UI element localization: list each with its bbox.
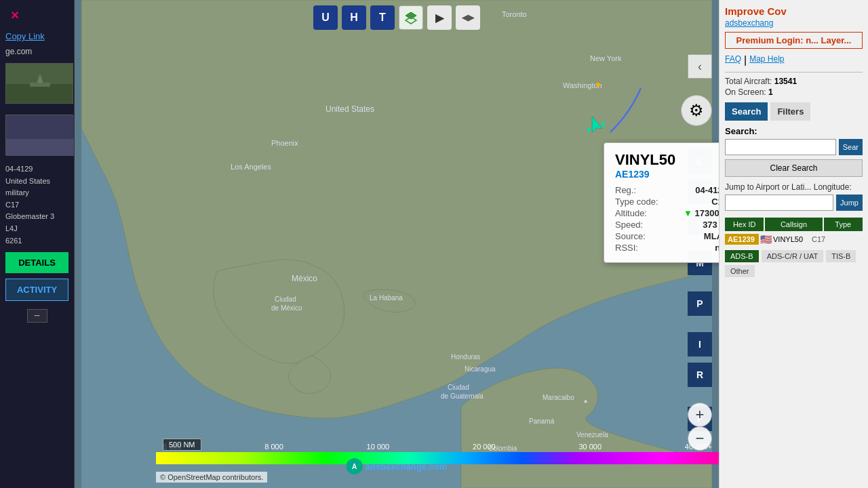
svg-rect-1 <box>6 84 73 104</box>
aircraft-name: Globemaster 3 <box>5 211 68 223</box>
premium-login[interactable]: Premium Login: n... Layer... <box>725 32 863 49</box>
aircraft-mil: military <box>5 187 68 199</box>
filter-tags: ADS-B ADS-C/R / UAT TIS-B Other <box>725 250 863 277</box>
adsbx-icon: A <box>347 458 363 474</box>
aircraft-country: United States <box>5 176 68 188</box>
svg-text:Nicaragua: Nicaragua <box>465 365 496 373</box>
popup-speed-label: Speed: <box>615 220 669 230</box>
adsbx-logo: A adsbexchange.com <box>347 458 448 474</box>
scale-label-8k: 8 000 <box>264 443 283 451</box>
popup-reg-value: 04-4129 <box>695 185 719 195</box>
filter-header-row: Hex ID Callsign Type <box>725 218 863 231</box>
toolbar-collapse-button[interactable]: ◀▶ <box>456 5 480 30</box>
popup-alt-label: Altitude: <box>615 208 669 218</box>
on-screen-row: On Screen: 1 <box>725 87 863 97</box>
toolbar-t-button[interactable]: T <box>370 5 395 30</box>
copy-link[interactable]: Copy Link <box>0 27 74 45</box>
svg-rect-3 <box>30 83 50 87</box>
on-screen-value: 1 <box>768 87 773 97</box>
jump-input-row: Jump <box>725 195 863 211</box>
popup-type-value: C17 <box>711 197 719 207</box>
close-button[interactable]: × <box>5 5 24 24</box>
svg-text:Washington: Washington <box>563 81 602 89</box>
back-button[interactable]: ‹ <box>688 54 712 79</box>
col-callsign-button[interactable]: Callsign <box>765 218 822 231</box>
popup-type-label: Type code: <box>615 197 669 207</box>
jump-input[interactable] <box>725 195 833 211</box>
toolbar-u-button[interactable]: U <box>313 5 338 30</box>
tab-filters[interactable]: Filters <box>770 102 810 121</box>
search-go-button[interactable]: Sear <box>839 139 863 155</box>
aircraft-squawk: 6261 <box>5 235 68 247</box>
toolbar-next-button[interactable]: ▶ <box>427 5 452 30</box>
svg-text:Honduras: Honduras <box>451 353 480 361</box>
popup-alt-value: ▼ 17300 ft <box>684 208 719 218</box>
adsbx-text: adsbexchange.com <box>366 462 448 472</box>
scale-label-30k: 30 000 <box>578 443 601 451</box>
filter-adsb[interactable]: ADS-B <box>725 250 759 262</box>
details-button[interactable]: DETAILS <box>5 252 68 273</box>
svg-text:de Guatemala: de Guatemala <box>441 392 484 400</box>
zoom-minus-button[interactable]: − <box>688 426 712 451</box>
filter-tisb[interactable]: TIS-B <box>826 250 856 262</box>
faq-link[interactable]: FAQ <box>725 54 741 66</box>
right-panel: Improve Cov adsbexchang Premium Login: n… <box>719 0 868 488</box>
sidebar-btn-p[interactable]: P <box>688 291 712 316</box>
svg-text:Ciudad: Ciudad <box>448 384 469 391</box>
aircraft-type: C17 <box>5 199 68 211</box>
tab-search[interactable]: Search <box>725 102 768 121</box>
total-aircraft-value: 13541 <box>774 77 797 86</box>
svg-text:La Habana: La Habana <box>370 294 403 302</box>
map-attribution: © OpenStreetMap contributors. <box>156 472 267 483</box>
minus-button[interactable]: − <box>27 309 47 323</box>
popup-callsign: VINYL50 <box>615 151 719 169</box>
activity-button[interactable]: ACTIVITY <box>5 279 68 301</box>
search-input-row: Sear <box>725 139 863 155</box>
col-type-button[interactable]: Type <box>824 218 863 231</box>
svg-text:Maracaibo: Maracaibo <box>542 394 574 401</box>
popup-speed-row: Speed: 373 kt <box>615 220 719 230</box>
toolbar-layer-button[interactable] <box>399 5 423 30</box>
map-help-link[interactable]: Map Help <box>749 54 784 66</box>
map-area[interactable]: Toronto New York Washington United State… <box>75 0 719 488</box>
aircraft-reg: 04-4129 <box>5 163 68 176</box>
popup-rssi-row: RSSI: n/a <box>615 243 719 253</box>
sidebar-btn-i[interactable]: I <box>688 332 712 357</box>
svg-text:Panamá: Panamá <box>529 418 555 425</box>
scale-label-10k: 10 000 <box>367 443 390 451</box>
popup-alt-trend: ▼ <box>684 208 692 218</box>
aircraft-thumbnail-1 <box>5 63 73 104</box>
map-scale: 500 NM <box>163 439 201 451</box>
popup-source-label: Source: <box>615 231 669 241</box>
popup-hex: AE1239 <box>615 169 719 180</box>
toolbar-h-button[interactable]: H <box>342 5 366 30</box>
jump-button[interactable]: Jump <box>836 195 863 211</box>
adsbx-link[interactable]: adsbexchang <box>725 18 863 28</box>
improve-coverage-header: Improve Cov <box>725 5 863 17</box>
zoom-plus-button[interactable]: + <box>688 403 712 427</box>
search-label: Search: <box>725 126 863 136</box>
result-type: C17 <box>812 235 825 243</box>
gear-button[interactable]: ⚙ <box>681 95 712 126</box>
col-hex-button[interactable]: Hex ID <box>725 218 764 231</box>
filter-other[interactable]: Other <box>725 265 755 277</box>
clear-search-button[interactable]: Clear Search <box>725 159 863 177</box>
sidebar-btn-r[interactable]: R <box>688 363 712 387</box>
scale-label-20k: 20 000 <box>473 443 496 451</box>
popup-source-value: MLAT <box>704 231 719 241</box>
popup-reg-label: Reg.: <box>615 185 669 195</box>
svg-text:Venezuela: Venezuela <box>576 431 608 439</box>
aircraft-thumbnail-2 <box>5 115 73 155</box>
popup-rssi-value: n/a <box>715 243 719 253</box>
table-row[interactable]: AE1239 🇺🇸 VINYL50 C17 <box>725 234 863 245</box>
aircraft-popup: VINYL50 AE1239 Reg.: 04-4129 Type code: … <box>604 142 719 263</box>
svg-text:★: ★ <box>583 399 588 405</box>
search-input[interactable] <box>725 139 836 155</box>
popup-rssi-label: RSSI: <box>615 243 669 253</box>
filter-adsc[interactable]: ADS-C/R / UAT <box>762 250 824 262</box>
svg-text:Ciudad: Ciudad <box>275 296 296 303</box>
aircraft-info: 04-4129 United States military C17 Globe… <box>0 161 74 249</box>
svg-text:Los Angeles: Los Angeles <box>231 163 271 171</box>
result-flag: 🇺🇸 <box>760 234 772 245</box>
svg-text:México: México <box>292 274 317 283</box>
